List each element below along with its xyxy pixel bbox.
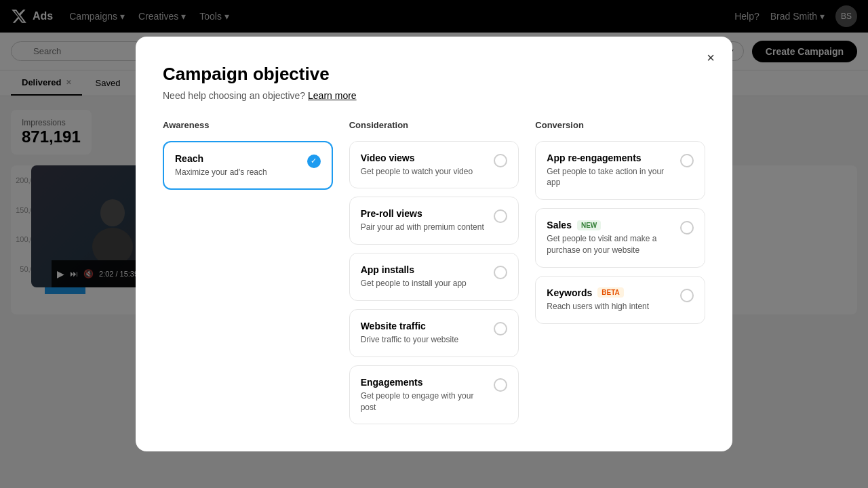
category-conversion-title: Conversion xyxy=(535,120,705,130)
option-sales[interactable]: Sales NEW Get people to visit and make a… xyxy=(535,208,705,268)
keywords-beta-badge: BETA xyxy=(597,287,623,298)
radio-website-traffic xyxy=(494,322,507,336)
radio-app-re-engagements xyxy=(680,154,694,167)
option-keywords[interactable]: Keywords BETA Reach users with high inte… xyxy=(535,276,705,324)
category-consideration: Consideration Video views Get people to … xyxy=(349,120,519,425)
radio-pre-roll-views xyxy=(494,209,507,223)
category-awareness-title: Awareness xyxy=(163,120,333,130)
radio-sales xyxy=(680,221,694,235)
category-consideration-title: Consideration xyxy=(349,120,519,130)
learn-more-link[interactable]: Learn more xyxy=(308,90,357,101)
option-reach[interactable]: Reach Maximize your ad's reach xyxy=(163,141,333,190)
category-conversion: Conversion App re-engagements Get people… xyxy=(535,120,705,425)
modal-overlay: × Campaign objective Need help choosing … xyxy=(0,0,868,488)
radio-app-installs xyxy=(494,266,507,279)
sales-new-badge: NEW xyxy=(577,220,601,230)
option-app-re-engagements[interactable]: App re-engagements Get people to take ac… xyxy=(535,141,705,201)
categories-grid: Awareness Reach Maximize your ad's reach… xyxy=(163,120,705,425)
radio-reach xyxy=(307,155,321,168)
modal-title: Campaign objective xyxy=(163,64,705,85)
option-website-traffic[interactable]: Website traffic Drive traffic to your we… xyxy=(349,309,519,357)
option-engagements[interactable]: Engagements Get people to engage with yo… xyxy=(349,365,519,425)
radio-video-views xyxy=(494,154,507,167)
option-video-views[interactable]: Video views Get people to watch your vid… xyxy=(349,141,519,189)
option-pre-roll-views[interactable]: Pre-roll views Pair your ad with premium… xyxy=(349,197,519,245)
radio-keywords xyxy=(680,289,694,302)
modal-subtitle: Need help choosing an objective? Learn m… xyxy=(163,90,705,101)
category-awareness: Awareness Reach Maximize your ad's reach xyxy=(163,120,333,425)
option-app-installs[interactable]: App installs Get people to install your … xyxy=(349,253,519,301)
radio-engagements xyxy=(494,378,507,392)
campaign-objective-modal: × Campaign objective Need help choosing … xyxy=(136,37,732,452)
modal-close-button[interactable]: × xyxy=(700,47,722,69)
